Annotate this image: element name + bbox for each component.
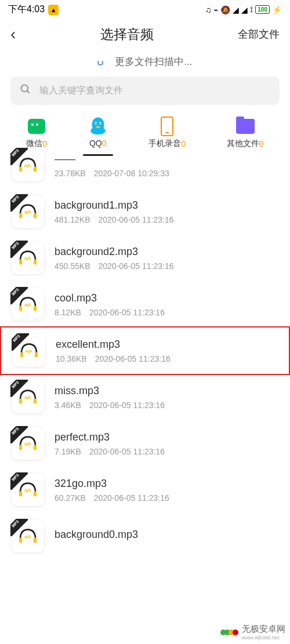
file-name: 321go.mp3 bbox=[55, 478, 278, 490]
search-input[interactable]: 输入关键字查询文件 bbox=[10, 77, 280, 105]
svg-rect-12 bbox=[34, 213, 37, 219]
file-thumbnail bbox=[12, 427, 44, 460]
file-meta: 8.12KB2020-06-05 11:23:16 bbox=[55, 308, 278, 317]
file-meta: 3.46KB2020-06-05 11:23:16 bbox=[55, 401, 278, 410]
mp3-tag-icon bbox=[10, 519, 28, 536]
qq-icon bbox=[88, 117, 108, 136]
file-size: 60.27KB bbox=[55, 493, 86, 503]
svg-rect-21 bbox=[19, 445, 22, 450]
wifi-icon: ⟟ bbox=[250, 5, 253, 14]
svg-rect-23 bbox=[19, 492, 22, 497]
battery-icon: 100 bbox=[255, 5, 270, 14]
svg-point-7 bbox=[99, 123, 100, 125]
svg-rect-11 bbox=[19, 213, 22, 219]
file-size: 7.19KB bbox=[55, 447, 81, 456]
svg-point-6 bbox=[96, 123, 97, 125]
file-date: 2020-06-05 11:23:16 bbox=[95, 354, 171, 363]
mute-icon: 🔕 bbox=[220, 5, 230, 14]
file-size: 8.12KB bbox=[55, 308, 81, 317]
mp3-tag-icon bbox=[10, 380, 28, 397]
svg-line-1 bbox=[27, 91, 30, 93]
watermark: 无极安卓网 www.wjhotel.net bbox=[222, 624, 285, 641]
file-thumbnail bbox=[12, 149, 44, 181]
svg-rect-26 bbox=[34, 538, 37, 543]
file-item[interactable]: perfect.mp37.19KB2020-06-05 11:23:16 bbox=[0, 420, 290, 467]
file-item[interactable]: background0.mp3 bbox=[0, 513, 290, 559]
file-size: 10.36KB bbox=[56, 354, 87, 363]
file-item[interactable]: background2.mp3450.55KB2020-06-05 11:23:… bbox=[0, 235, 290, 281]
file-date: 2020-06-05 11:23:16 bbox=[89, 308, 165, 317]
wechat-icon bbox=[28, 119, 45, 134]
file-date: 2020-07-08 10:29:33 bbox=[94, 169, 169, 178]
file-thumbnail bbox=[12, 474, 44, 506]
file-name: background1.mp3 bbox=[55, 199, 278, 212]
file-thumbnail bbox=[12, 242, 44, 274]
file-name: cool.mp3 bbox=[55, 292, 278, 304]
file-date: 2020-06-05 11:23:16 bbox=[99, 261, 174, 271]
page-title: 选择音频 bbox=[100, 26, 154, 43]
file-date: 2020-06-05 11:23:16 bbox=[94, 493, 169, 503]
file-item[interactable]: cool.mp38.12KB2020-06-05 11:23:16 bbox=[0, 281, 290, 328]
file-list: ——23.78KB2020-07-08 10:29:33background1.… bbox=[0, 142, 290, 559]
svg-rect-20 bbox=[34, 399, 37, 404]
file-name: background2.mp3 bbox=[55, 246, 278, 258]
svg-rect-16 bbox=[34, 306, 37, 311]
file-date: 2020-06-05 11:23:16 bbox=[89, 447, 165, 456]
file-thumbnail bbox=[13, 334, 45, 367]
file-name: excellent.mp3 bbox=[56, 339, 277, 351]
file-size: 481.12KB bbox=[55, 215, 90, 224]
svg-rect-14 bbox=[34, 260, 37, 265]
tab-phone-recordings[interactable]: 手机录音0 bbox=[148, 117, 186, 154]
file-item[interactable]: excellent.mp310.36KB2020-06-05 11:23:16 bbox=[0, 326, 290, 375]
file-name: background0.mp3 bbox=[55, 529, 278, 541]
svg-point-8 bbox=[96, 126, 100, 128]
svg-rect-19 bbox=[19, 399, 22, 404]
watermark-logo-icon bbox=[222, 630, 238, 635]
file-meta: 60.27KB2020-06-05 11:23:16 bbox=[55, 493, 278, 503]
app-badge-icon: ▲ bbox=[48, 5, 59, 15]
search-icon bbox=[20, 83, 31, 98]
file-date: 2020-06-05 11:23:16 bbox=[99, 215, 174, 224]
all-files-button[interactable]: 全部文件 bbox=[238, 27, 280, 41]
file-item[interactable]: 321go.mp360.27KB2020-06-05 11:23:16 bbox=[0, 467, 290, 513]
svg-rect-22 bbox=[34, 445, 37, 450]
mp3-tag-icon bbox=[10, 194, 28, 212]
tab-wechat[interactable]: 微信0 bbox=[26, 117, 47, 154]
mp3-tag-icon bbox=[12, 333, 29, 351]
svg-rect-24 bbox=[34, 492, 37, 497]
file-meta: 481.12KB2020-06-05 11:23:16 bbox=[55, 215, 278, 224]
mp3-tag-icon bbox=[10, 426, 28, 443]
file-size: 3.46KB bbox=[55, 401, 81, 410]
svg-rect-9 bbox=[19, 167, 22, 172]
file-thumbnail bbox=[12, 195, 44, 228]
svg-rect-13 bbox=[19, 260, 22, 265]
file-name: perfect.mp3 bbox=[55, 431, 278, 443]
file-meta: 450.55KB2020-06-05 11:23:16 bbox=[55, 261, 278, 271]
svg-rect-25 bbox=[19, 538, 22, 543]
file-meta: 7.19KB2020-06-05 11:23:16 bbox=[55, 447, 278, 456]
svg-rect-10 bbox=[34, 167, 37, 172]
bluetooth-icon: ⌁ bbox=[213, 5, 218, 14]
mp3-tag-icon bbox=[10, 241, 28, 258]
file-size: 450.55KB bbox=[55, 261, 90, 271]
tab-qq[interactable]: QQ0 bbox=[88, 117, 108, 154]
file-thumbnail bbox=[12, 381, 44, 413]
file-size: 23.78KB bbox=[55, 169, 86, 178]
charge-icon: ⚡ bbox=[272, 5, 282, 14]
scanning-text: 更多文件扫描中... bbox=[0, 49, 290, 77]
file-meta: 23.78KB2020-07-08 10:29:33 bbox=[55, 169, 278, 178]
svg-point-0 bbox=[21, 85, 28, 92]
search-placeholder: 输入关键字查询文件 bbox=[39, 85, 123, 97]
svg-rect-15 bbox=[19, 306, 22, 311]
svg-point-3 bbox=[90, 127, 105, 134]
folder-icon bbox=[236, 119, 255, 134]
svg-rect-18 bbox=[35, 352, 38, 358]
tab-other-files[interactable]: 其他文件0 bbox=[227, 117, 264, 154]
file-item[interactable]: background1.mp3481.12KB2020-06-05 11:23:… bbox=[0, 188, 290, 235]
back-icon[interactable]: ‹ bbox=[10, 25, 16, 43]
phone-icon bbox=[161, 117, 173, 136]
mp3-tag-icon bbox=[10, 472, 28, 490]
file-item[interactable]: miss.mp33.46KB2020-06-05 11:23:16 bbox=[0, 374, 290, 420]
signal-icon: ◢ bbox=[233, 5, 239, 14]
file-name: miss.mp3 bbox=[55, 385, 278, 397]
